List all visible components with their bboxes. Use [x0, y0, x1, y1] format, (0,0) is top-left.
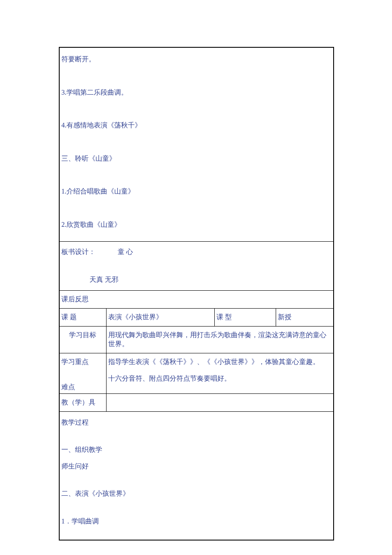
text-line: 二、表演《小孩世界》 — [61, 486, 331, 502]
text-line: 师生问好 — [61, 458, 331, 474]
focus-value-cell: 指导学生表演《《荡秋千》》、《《小孩世界》》，体验其童心童趣。 十六分音符、附点… — [106, 353, 334, 393]
focus-label2: 难点 — [61, 383, 104, 392]
text-line: 符要断开。 — [61, 50, 331, 68]
text-line: 教学过程 — [61, 414, 331, 431]
goal-value: 用现代舞为歌曲即兴伴舞，用打击乐为歌曲伴奏，渲染这充满诗意的童心世界。 — [106, 326, 334, 353]
focus-value2: 十六分音符、附点四分符点节奏要唱好。 — [108, 374, 332, 383]
board-design-row: 板书设计： 童 心 天真 无邪 — [59, 241, 334, 290]
board-design: 板书设计： 童 心 天真 无邪 — [60, 242, 333, 290]
text-line: 1．学唱曲调 — [61, 513, 331, 529]
topic-value: 表演《小孩世界》 — [106, 308, 214, 326]
goal-row: 学习目标 用现代舞为歌曲即兴伴舞，用打击乐为歌曲伴奏，渲染这充满诗意的童心世界。 — [59, 326, 334, 353]
focus-label1: 学习重点 — [61, 358, 104, 367]
tools-label: 教（学）具 — [59, 393, 106, 411]
tools-value — [106, 393, 334, 411]
board-line1: 板书设计： 童 心 — [61, 244, 331, 259]
text-line: 3.学唱第二乐段曲调。 — [61, 84, 331, 101]
focus-value1: 指导学生表演《《荡秋千》》、《《小孩世界》》，体验其童心童趣。 — [108, 358, 332, 367]
text-line: 一、组织教学 — [61, 442, 331, 458]
reflection-label: 课后反思 — [61, 295, 89, 303]
text-line: 三、聆听《山童》 — [61, 150, 331, 168]
top-content: 符要断开。 3.学唱第二乐段曲调。 4.有感情地表演《荡秋千》 三、聆听《山童》… — [60, 48, 333, 241]
board-label: 板书设计： — [61, 248, 95, 255]
type-value: 新授 — [276, 308, 334, 326]
document-table: 符要断开。 3.学唱第二乐段曲调。 4.有感情地表演《荡秋千》 三、聆听《山童》… — [59, 47, 334, 541]
reflection-row: 课后反思 — [59, 290, 334, 308]
focus-label-cell: 学习重点 难点 — [59, 353, 106, 393]
topic-row: 课 题 表演《小孩世界》 课 型 新授 — [59, 308, 334, 326]
topic-label: 课 题 — [59, 308, 106, 326]
board-subtitle: 天真 无邪 — [61, 272, 331, 287]
bottom-content: 教学过程 一、组织教学 师生问好 二、表演《小孩世界》 1．学唱曲调 — [60, 412, 333, 540]
text-line: 4.有感情地表演《荡秋千》 — [61, 116, 331, 134]
tools-row: 教（学）具 — [59, 393, 334, 411]
goal-label: 学习目标 — [59, 326, 106, 353]
focus-row: 学习重点 难点 指导学生表演《《荡秋千》》、《《小孩世界》》，体验其童心童趣。 … — [59, 353, 334, 393]
type-label: 课 型 — [214, 308, 276, 326]
top-content-row: 符要断开。 3.学唱第二乐段曲调。 4.有感情地表演《荡秋千》 三、聆听《山童》… — [59, 47, 334, 241]
board-title: 童 心 — [118, 248, 133, 255]
bottom-content-row: 教学过程 一、组织教学 师生问好 二、表演《小孩世界》 1．学唱曲调 — [59, 411, 334, 540]
text-line: 2.欣赏歌曲《山童》 — [61, 216, 331, 234]
text-line: 1.介绍合唱歌曲《山童》 — [61, 182, 331, 200]
